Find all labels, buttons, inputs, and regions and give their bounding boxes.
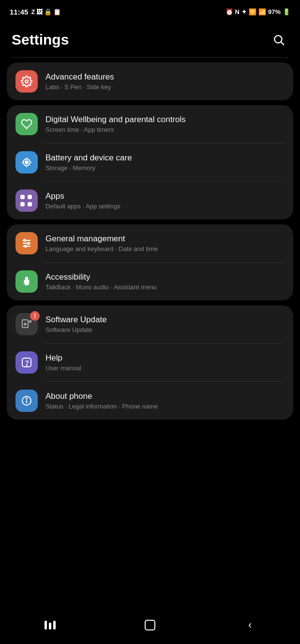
svg-line-1: [281, 42, 284, 45]
list-item[interactable]: Battery and device care Storage · Memory: [7, 143, 293, 181]
search-icon: [272, 33, 285, 46]
status-icons: Z 🖼 🔒 📋: [31, 8, 61, 16]
list-item[interactable]: Accessibility TalkBack · Mono audio · As…: [7, 263, 293, 300]
home-button[interactable]: [133, 615, 167, 635]
recent-apps-button[interactable]: [33, 615, 67, 635]
advanced-features-icon: [15, 70, 38, 93]
accessibility-icon: [15, 270, 38, 293]
svg-point-15: [26, 277, 28, 279]
digital-wellbeing-icon: [15, 113, 38, 135]
battery-icon: [21, 157, 32, 168]
apps-icon: [15, 189, 38, 212]
status-bar: 11:45 Z 🖼 🔒 📋 ⏰ N ✦ 🛜 📶 97% 🔋: [0, 0, 300, 21]
battery-icon: 🔋: [283, 8, 290, 16]
app-dot: [28, 202, 32, 206]
about-phone-subtitle: Status · Legal information · Phone name: [45, 403, 285, 410]
battery-care-subtitle: Storage · Memory: [45, 164, 285, 172]
lock-icon: 🔒: [44, 8, 52, 16]
list-item[interactable]: ! Software Update Software Update: [7, 305, 293, 343]
back-icon: ‹: [248, 619, 252, 631]
network-icon: Z: [31, 8, 35, 16]
about-phone-title: About phone: [45, 392, 285, 401]
sliders-icon: [21, 237, 32, 249]
svg-point-12: [24, 239, 26, 241]
svg-point-4: [25, 161, 28, 164]
accessibility-text: Accessibility TalkBack · Mono audio · As…: [45, 272, 285, 291]
settings-group-update: ! Software Update Software Update ? Help…: [7, 305, 293, 420]
list-item[interactable]: About phone Status · Legal information ·…: [7, 382, 293, 420]
accessibility-person-icon: [21, 276, 32, 287]
apps-subtitle: Default apps · App settings: [45, 203, 285, 210]
digital-wellbeing-text: Digital Wellbeing and parental controls …: [45, 115, 285, 133]
digital-wellbeing-title: Digital Wellbeing and parental controls: [45, 115, 285, 125]
page-title: Settings: [12, 31, 69, 48]
general-management-title: General management: [45, 234, 285, 244]
advanced-features-text: Advanced features Labs · S Pen · Side ke…: [45, 72, 285, 91]
svg-point-0: [274, 35, 282, 43]
bluetooth-icon: ✦: [241, 8, 247, 16]
settings-content: Advanced features Labs · S Pen · Side ke…: [0, 63, 300, 463]
status-time: 11:45 Z 🖼 🔒 📋: [10, 8, 61, 16]
general-management-text: General management Language and keyboard…: [45, 234, 285, 252]
general-management-icon: [15, 232, 38, 254]
advanced-features-title: Advanced features: [45, 72, 285, 82]
wifi-icon: 🛜: [249, 8, 256, 16]
list-item[interactable]: Digital Wellbeing and parental controls …: [7, 105, 293, 143]
battery-care-icon: [15, 151, 38, 173]
about-phone-icon: [15, 390, 38, 412]
gear-icon: [21, 76, 32, 87]
advanced-features-subtitle: Labs · S Pen · Side key: [45, 83, 285, 91]
help-subtitle: User manual: [45, 364, 285, 372]
software-update-title: Software Update: [45, 315, 285, 325]
alarm-icon: ⏰: [225, 8, 233, 16]
nfc-status-icon: N: [235, 8, 240, 16]
svg-point-24: [26, 398, 27, 399]
svg-point-2: [25, 80, 28, 83]
info-icon: [21, 395, 32, 407]
settings-group-management: General management Language and keyboard…: [7, 224, 293, 300]
heart-icon: [21, 118, 32, 130]
about-phone-text: About phone Status · Legal information ·…: [45, 392, 285, 410]
battery-care-text: Battery and device care Storage · Memory: [45, 153, 285, 172]
home-icon: [145, 620, 155, 630]
app-dot: [20, 195, 25, 199]
signal-icon: 📶: [258, 8, 266, 16]
apps-title: Apps: [45, 191, 285, 201]
software-update-text: Software Update Software Update: [45, 315, 285, 333]
software-update-subtitle: Software Update: [45, 326, 285, 333]
nfc-icon: 📋: [53, 8, 61, 16]
battery-care-title: Battery and device care: [45, 153, 285, 163]
app-dot: [28, 195, 32, 199]
help-icon: ?: [15, 351, 38, 374]
status-indicators: ⏰ N ✦ 🛜 📶 97% 🔋: [225, 8, 290, 16]
settings-group-wellbeing: Digital Wellbeing and parental controls …: [7, 105, 293, 220]
image-icon: 🖼: [36, 8, 43, 16]
question-icon: ?: [21, 357, 32, 368]
back-button[interactable]: ‹: [233, 615, 267, 635]
svg-point-14: [25, 245, 27, 247]
download-icon: [21, 318, 32, 330]
list-item[interactable]: Apps Default apps · App settings: [7, 182, 293, 220]
help-text: Help User manual: [45, 353, 285, 372]
software-badge: !: [30, 311, 40, 321]
list-item[interactable]: ? Help User manual: [7, 344, 293, 381]
list-item[interactable]: Advanced features Labs · S Pen · Side ke…: [7, 63, 293, 100]
header-divider: [12, 57, 288, 58]
apps-text: Apps Default apps · App settings: [45, 191, 285, 210]
navigation-bar: ‹: [0, 610, 300, 644]
accessibility-subtitle: TalkBack · Mono audio · Assistant menu: [45, 283, 285, 291]
svg-point-13: [28, 242, 30, 244]
digital-wellbeing-subtitle: Screen time · App timers: [45, 126, 285, 133]
settings-group-advanced: Advanced features Labs · S Pen · Side ke…: [7, 63, 293, 100]
list-item[interactable]: General management Language and keyboard…: [7, 224, 293, 262]
accessibility-title: Accessibility: [45, 272, 285, 282]
settings-header: Settings: [0, 21, 300, 57]
software-update-icon: !: [15, 313, 38, 335]
search-button[interactable]: [269, 30, 288, 49]
app-dot: [20, 202, 25, 206]
time-display: 11:45: [10, 8, 28, 16]
recent-apps-icon: [45, 621, 56, 629]
general-management-subtitle: Language and keyboard · Date and time: [45, 245, 285, 252]
battery-percent: 97%: [268, 8, 281, 16]
help-title: Help: [45, 353, 285, 363]
